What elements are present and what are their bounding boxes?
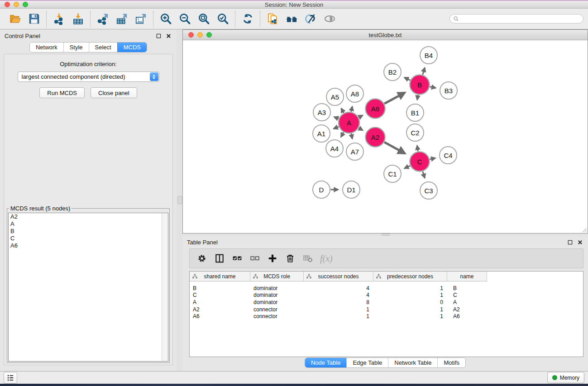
graph-node-C2[interactable]: C2: [406, 124, 424, 141]
graph-node-A1[interactable]: A1: [313, 125, 330, 142]
graph-edge-B-B4[interactable]: [423, 68, 425, 75]
graph-edge-A-A2[interactable]: [359, 128, 363, 130]
table-cell[interactable]: 1: [373, 292, 447, 298]
table-cell[interactable]: dominator: [250, 285, 304, 291]
graph-node-A5[interactable]: A5: [326, 88, 344, 105]
tab-style[interactable]: Style: [63, 43, 89, 52]
graph-edge-A-A3[interactable]: [334, 117, 339, 119]
mcds-list-scrollbar[interactable]: [162, 213, 168, 361]
graph-edge-A2-C[interactable]: [384, 142, 405, 153]
table-panel-float-button[interactable]: [566, 238, 574, 246]
deselect-all-checkboxes-icon[interactable]: [249, 253, 260, 264]
mcds-result-item[interactable]: B: [9, 228, 168, 235]
graph-edge-A-A4[interactable]: [341, 132, 344, 137]
tab-network-table[interactable]: Network Table: [388, 358, 437, 367]
table-row[interactable]: A2connector11A2: [190, 306, 583, 313]
vertical-divider-grip[interactable]: [177, 196, 182, 204]
graph-edge-C-C3[interactable]: [423, 172, 425, 178]
zoom-fit-icon[interactable]: [197, 12, 210, 26]
table-cell[interactable]: B: [447, 285, 487, 291]
column-header-successor-nodes[interactable]: successor nodes: [304, 272, 373, 281]
graph-node-B3[interactable]: B3: [440, 82, 457, 99]
minimize-window-button[interactable]: [14, 2, 19, 7]
table-cell[interactable]: A2: [190, 306, 250, 313]
table-cell[interactable]: 1: [304, 306, 373, 313]
table-cell[interactable]: 4: [304, 285, 373, 291]
table-row[interactable]: Cdominator41C: [190, 292, 583, 299]
table-cell[interactable]: A: [190, 299, 250, 305]
graph-edge-C-C4[interactable]: [430, 158, 435, 159]
graph-node-A[interactable]: A: [339, 112, 359, 133]
table-cell[interactable]: 1: [373, 285, 447, 291]
table-cell[interactable]: connector: [250, 313, 304, 319]
graph-node-A2[interactable]: A2: [366, 128, 385, 147]
open-session-icon[interactable]: [8, 12, 22, 26]
table-row[interactable]: A6connector11A6: [190, 313, 583, 320]
copy-network-icon[interactable]: [266, 12, 279, 26]
table-cell[interactable]: 4: [304, 292, 373, 298]
resize-grip-icon[interactable]: [581, 226, 587, 233]
table-cell[interactable]: A6: [447, 313, 487, 319]
table-cell[interactable]: 8: [304, 299, 373, 305]
graph-edge-A-A6[interactable]: [359, 115, 363, 118]
tab-edge-table[interactable]: Edge Table: [346, 358, 388, 367]
table-cell[interactable]: B: [190, 285, 250, 291]
table-cell[interactable]: A6: [190, 313, 250, 319]
graph-node-C1[interactable]: C1: [384, 165, 401, 182]
tab-node-table[interactable]: Node Table: [305, 358, 347, 367]
network-canvas[interactable]: B4B2BB3A8A5A6A3B1AC2A1A2A4A7C4CC1C3DD1: [183, 40, 588, 233]
graph-node-A6[interactable]: A6: [366, 99, 385, 119]
network-minimize-button[interactable]: [197, 32, 203, 38]
graph-node-A3[interactable]: A3: [313, 104, 330, 121]
table-cell[interactable]: C: [447, 292, 487, 298]
mcds-result-item[interactable]: A2: [9, 213, 168, 220]
table-cell[interactable]: 1: [373, 313, 447, 319]
mcds-result-list[interactable]: A2ABCA6: [8, 213, 168, 362]
graph-node-A4[interactable]: A4: [326, 140, 343, 157]
column-header-MCDS-role[interactable]: MCDS role: [250, 272, 304, 281]
zoom-selected-icon[interactable]: [216, 12, 229, 26]
graph-edge-A-A5[interactable]: [341, 109, 344, 113]
cyndex-houses-icon[interactable]: [285, 12, 298, 26]
delete-column-trash-icon[interactable]: [285, 253, 296, 264]
table-cell[interactable]: C: [190, 292, 250, 298]
search-input[interactable]: [461, 15, 583, 23]
mcds-result-item[interactable]: A: [9, 220, 168, 228]
vertical-split-divider[interactable]: [177, 29, 182, 372]
refresh-layout-icon[interactable]: [241, 12, 254, 26]
control-panel-close-button[interactable]: [165, 32, 172, 39]
memory-button[interactable]: Memory: [547, 372, 584, 383]
select-all-checkboxes-icon[interactable]: [232, 253, 243, 264]
mcds-result-item[interactable]: C: [9, 235, 168, 242]
show-hide-eye-icon[interactable]: [323, 12, 336, 26]
graph-node-D1[interactable]: D1: [343, 181, 360, 198]
table-row[interactable]: Bdominator41B: [190, 285, 583, 292]
close-window-button[interactable]: [5, 2, 10, 7]
zoom-out-icon[interactable]: [178, 12, 191, 26]
table-mode-gear-icon[interactable]: [196, 253, 207, 264]
graph-node-D[interactable]: D: [313, 181, 330, 198]
table-cell[interactable]: 1: [304, 313, 373, 319]
column-header-shared-name[interactable]: shared name: [190, 272, 250, 281]
task-history-button[interactable]: [4, 372, 17, 384]
graph-edge-A-A7[interactable]: [351, 133, 352, 138]
table-cell[interactable]: 1: [373, 306, 447, 313]
graph-node-C3[interactable]: C3: [420, 182, 437, 199]
graph-edge-B-B1[interactable]: [417, 95, 418, 100]
graph-edge-B-B2[interactable]: [404, 77, 410, 80]
graph-edge-A-A1[interactable]: [334, 127, 339, 129]
zoom-in-icon[interactable]: [159, 12, 172, 26]
table-cell[interactable]: dominator: [250, 292, 304, 298]
export-image-icon[interactable]: [134, 12, 148, 26]
table-cell[interactable]: dominator: [250, 299, 304, 305]
tab-select[interactable]: Select: [89, 43, 117, 52]
graph-node-A7[interactable]: A7: [346, 143, 363, 160]
graph-node-B[interactable]: B: [410, 75, 430, 95]
search-field[interactable]: [449, 14, 583, 24]
table-cell[interactable]: A: [447, 299, 487, 305]
table-row[interactable]: Adominator80A: [190, 299, 583, 306]
tab-mcds[interactable]: MCDS: [117, 43, 147, 52]
graph-edge-C-C1[interactable]: [405, 166, 410, 168]
graph-edge-A6-B[interactable]: [384, 93, 405, 104]
graph-node-C[interactable]: C: [410, 152, 430, 172]
